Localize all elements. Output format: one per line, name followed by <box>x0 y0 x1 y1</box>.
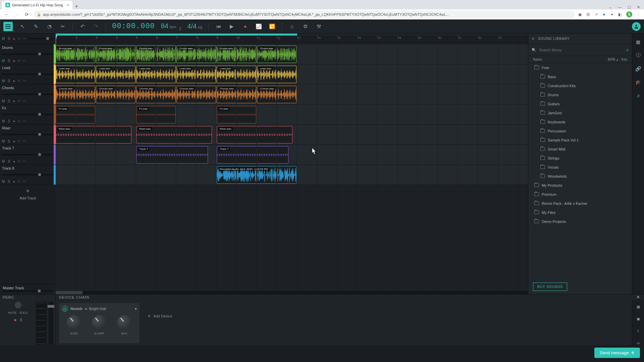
bpm-stepper-icon[interactable]: ▲▼ <box>179 26 181 31</box>
solo-button[interactable]: S <box>8 99 10 103</box>
stopwatch-tool-icon[interactable]: ◔ <box>46 23 53 30</box>
meter-icon[interactable]: ⫴ <box>18 79 19 83</box>
ruler[interactable]: 1234567891011121314151617181920212223 <box>56 36 528 44</box>
bookmark-icon[interactable]: ★ <box>602 12 606 17</box>
track-header[interactable]: Fx M S ● ⫴ 〰 <box>0 105 56 125</box>
library-item[interactable]: Keyboards <box>528 117 632 126</box>
extensions-icon[interactable]: ✦ <box>610 12 613 17</box>
automation-icon[interactable]: 〰 <box>22 37 26 41</box>
user-avatar[interactable] <box>632 22 641 31</box>
metronome-icon[interactable]: 📈 <box>255 23 262 30</box>
library-item[interactable]: Free <box>528 63 632 72</box>
library-item[interactable]: Sample Pack Vol 1 <box>528 135 632 144</box>
meter-icon[interactable]: ⫴ <box>18 99 19 103</box>
track-lane[interactable]: Lead.wavLead.wavLead.wavLead.wavLead.wav… <box>56 64 528 84</box>
nav-reload-icon[interactable]: ⟳ <box>23 12 30 17</box>
new-tab-button[interactable]: + <box>72 3 80 9</box>
meter-icon[interactable]: ⫴ <box>18 139 19 143</box>
mute-button[interactable]: M <box>2 79 5 83</box>
mute-button[interactable]: M <box>2 37 5 41</box>
library-item[interactable]: Vocals <box>528 163 632 172</box>
chevron-down-icon[interactable]: ⌄ <box>609 5 612 9</box>
track-lane[interactable]: Fx.wavFx.wavFx.wav <box>56 105 528 125</box>
library-icon[interactable]: ♬ <box>635 92 642 99</box>
play-button[interactable]: ▶ <box>228 23 235 30</box>
piano-icon[interactable]: ⫴ <box>635 327 642 335</box>
add-track-button[interactable]: + Add Track <box>0 185 56 202</box>
clip[interactable]: Track 7 <box>217 146 288 164</box>
clip[interactable]: Fx.wav <box>217 106 256 123</box>
library-item[interactable]: JamGrid <box>528 108 632 117</box>
track-lane[interactable]: Drums.wavDrums.wavDrums.wavDrums.wavDrum… <box>56 44 528 64</box>
timeline[interactable]: 1234567891011121314151617181920212223 Dr… <box>56 34 528 294</box>
clip[interactable]: Riser.wav <box>56 126 131 143</box>
size-knob[interactable] <box>67 315 82 330</box>
close-device-panel-icon[interactable]: ✕ <box>632 295 644 300</box>
pencil-tool-icon[interactable]: ✎ <box>32 23 40 30</box>
clip[interactable]: Lead.wav <box>176 66 216 83</box>
maximize-icon[interactable]: ▢ <box>628 5 631 9</box>
clip[interactable]: Drums.wav <box>56 46 95 63</box>
track-lane[interactable]: Recorded Audio Jul 4, 2023, 1:24:56 PM <box>56 165 528 185</box>
automation-icon[interactable]: 〰 <box>22 99 26 103</box>
arm-record-button[interactable]: ● <box>13 59 15 63</box>
cut-tool-icon[interactable]: ✂ <box>59 23 66 30</box>
clip[interactable]: Chords.wav <box>217 86 256 103</box>
library-item[interactable]: My Files <box>528 208 632 217</box>
volume-slider[interactable] <box>2 174 54 175</box>
close-library-icon[interactable]: ✕ <box>532 37 535 41</box>
volume-slider[interactable] <box>2 54 54 55</box>
minimize-icon[interactable]: — <box>618 5 622 9</box>
device-icon[interactable]: ▭ <box>635 339 642 347</box>
library-item[interactable]: My Products <box>528 181 632 190</box>
menu-icon[interactable]: ⋮ <box>637 12 641 17</box>
automation-icon[interactable]: 〰 <box>22 59 26 63</box>
solo-button[interactable]: S <box>8 160 10 163</box>
time-display[interactable]: 00:00.000 <box>112 22 155 31</box>
master-track[interactable]: Master Track <box>0 284 56 294</box>
clip[interactable]: Riser.wav <box>217 126 292 143</box>
notes-icon[interactable]: ▦ <box>635 38 642 46</box>
power-button[interactable]: ⏻ <box>62 306 68 312</box>
automation-icon[interactable]: 〰 <box>22 160 26 163</box>
pan-knob[interactable] <box>15 302 21 308</box>
clip[interactable]: Drums.wav <box>176 46 216 63</box>
keyboard-icon[interactable]: ⫴ <box>20 317 22 323</box>
library-item[interactable]: Woodwinds <box>528 172 632 181</box>
clip[interactable]: Drums.wav <box>96 46 136 63</box>
fader[interactable] <box>49 302 53 345</box>
record-button[interactable]: ● <box>241 23 249 30</box>
automation-icon[interactable]: 〰 <box>22 180 26 183</box>
arm-record-icon[interactable]: ● <box>14 317 16 323</box>
preset-selector[interactable]: ◂▸ Bright Hall ▾ <box>85 307 137 311</box>
address-bar[interactable]: 🔒 app.ampedstudio.com/?_gl=1*zkt20c*_ga*… <box>34 10 575 18</box>
library-item[interactable]: Drums <box>528 90 632 99</box>
nav-forward-icon[interactable]: → <box>13 12 20 17</box>
close-window-icon[interactable]: ✕ <box>637 5 640 9</box>
rewind-button[interactable]: ⏮ <box>215 23 222 30</box>
side-panel-icon[interactable]: ◧ <box>618 12 622 17</box>
info-icon[interactable]: ⓘ <box>635 52 642 59</box>
col-key[interactable]: Key <box>622 58 627 61</box>
solo-button[interactable]: SOLO <box>19 311 28 314</box>
meter-icon[interactable]: ⫴ <box>18 37 19 41</box>
track-header[interactable]: Drums M S ● ⫴ 〰 <box>0 44 56 64</box>
browser-tab[interactable]: A Generated Lo-Fi Hip Hop Song × <box>2 1 72 9</box>
volume-slider[interactable] <box>2 134 54 135</box>
library-item[interactable]: Guitars <box>528 99 632 108</box>
clip[interactable]: Lead.wav <box>257 66 297 83</box>
meter-icon[interactable]: ⫴ <box>18 159 19 163</box>
track-lane[interactable]: Track 7Track 7 <box>56 145 528 165</box>
volume-slider[interactable] <box>2 114 54 115</box>
clip[interactable]: Recorded Audio Jul 4, 2023, 1:24:56 PM <box>217 166 297 184</box>
clip[interactable]: Lead.wav <box>96 66 136 83</box>
profile-avatar[interactable]: S <box>626 11 632 17</box>
clip[interactable]: Chords.wav <box>257 86 297 103</box>
library-item[interactable]: Demo Projects <box>528 217 632 226</box>
track-header[interactable]: Track 8 M S ● ⫴ 〰 <box>0 165 56 185</box>
clip[interactable]: Lead.wav <box>136 66 176 83</box>
library-item[interactable]: Construction Kits <box>528 81 632 90</box>
library-item[interactable]: Smart Midi <box>528 144 632 154</box>
arm-record-button[interactable]: ● <box>13 160 15 163</box>
buy-sounds-button[interactable]: BUY SOUNDS <box>533 283 567 291</box>
